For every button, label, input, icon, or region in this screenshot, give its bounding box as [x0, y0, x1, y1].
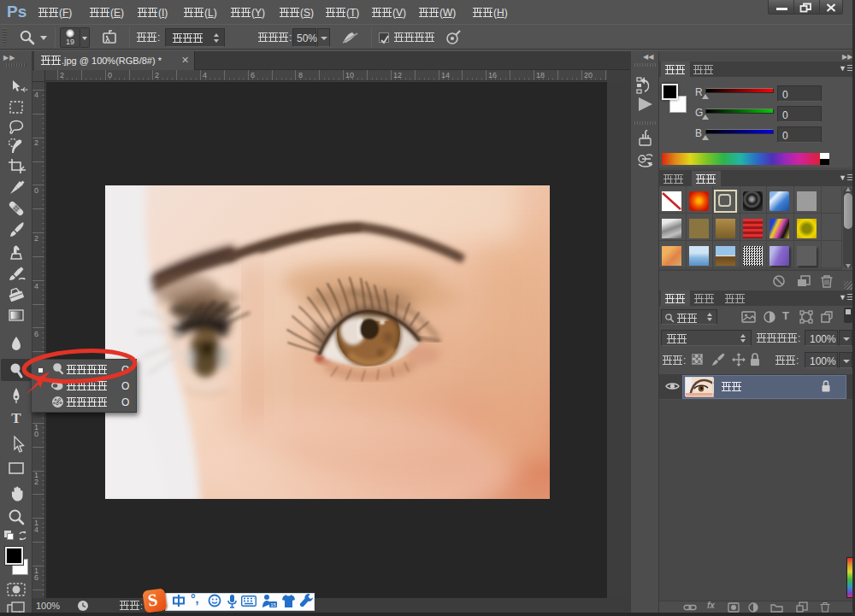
svg-text:15: 15 — [270, 602, 276, 607]
